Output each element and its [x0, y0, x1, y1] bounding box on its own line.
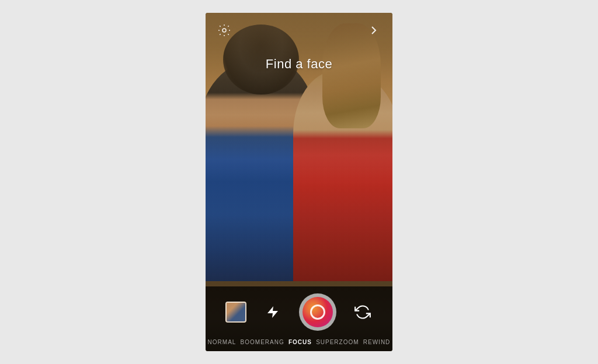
- top-bar: [206, 13, 392, 48]
- chevron-right-icon[interactable]: [367, 23, 381, 37]
- svg-marker-1: [267, 306, 278, 318]
- mode-boomerang[interactable]: BOOMERANG: [241, 339, 284, 345]
- phone-container: Find a face: [206, 13, 392, 351]
- mode-normal[interactable]: NORMAL: [208, 339, 237, 345]
- flash-button[interactable]: [262, 302, 283, 323]
- flip-camera-button[interactable]: [352, 302, 373, 323]
- find-face-label: Find a face: [206, 57, 392, 72]
- mode-rewind[interactable]: REWIND: [363, 339, 391, 345]
- svg-point-0: [222, 29, 226, 32]
- shutter-inner: [303, 297, 333, 327]
- mode-focus[interactable]: FOCUS: [288, 339, 312, 345]
- mode-superzoom[interactable]: SUPERZOOM: [316, 339, 359, 345]
- mode-selector-row: NORMAL BOOMERANG FOCUS SUPERZOOM REWIND: [206, 335, 392, 351]
- camera-view: Find a face: [206, 13, 392, 351]
- shutter-button[interactable]: [299, 293, 336, 331]
- gallery-thumbnail[interactable]: [225, 302, 246, 323]
- settings-icon[interactable]: [217, 23, 231, 37]
- controls-row: [206, 286, 392, 335]
- bottom-bar: NORMAL BOOMERANG FOCUS SUPERZOOM REWIND: [206, 286, 392, 351]
